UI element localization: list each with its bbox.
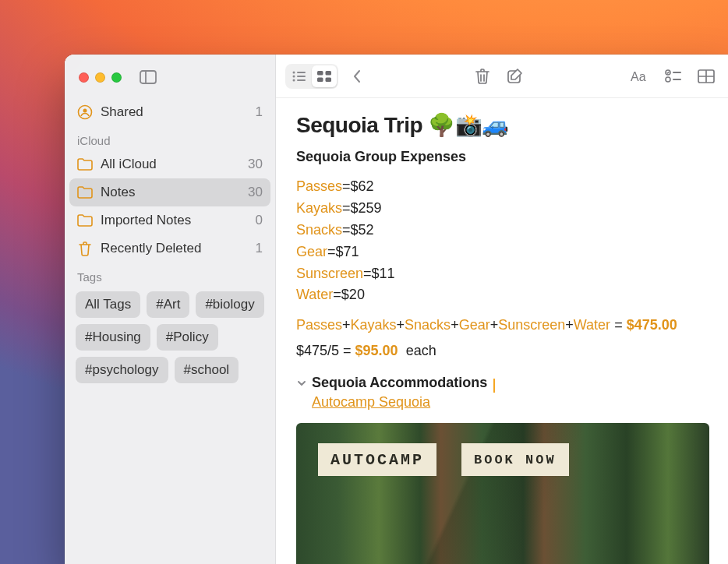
- tag-psychology[interactable]: #psychology: [76, 357, 168, 383]
- tag-housing[interactable]: #Housing: [76, 324, 150, 351]
- note-pane: Aa Sequoia Trip 🌳📸🚙 Sequoia Group Expens…: [276, 55, 728, 564]
- expense-value: $11: [372, 266, 395, 281]
- tag-all[interactable]: All Tags: [76, 291, 140, 318]
- sidebar-item-label: Imported Notes: [101, 213, 191, 228]
- svg-rect-10: [317, 71, 323, 76]
- sidebar-item-all-icloud[interactable]: All iCloud 30: [69, 150, 270, 178]
- trash-icon: [77, 241, 93, 256]
- expense-value: $71: [336, 244, 359, 259]
- sidebar-item-recently-deleted[interactable]: Recently Deleted 1: [69, 234, 270, 263]
- tags-container: All Tags #Art #biology #Housing #Policy …: [69, 287, 270, 388]
- shared-icon: [77, 104, 93, 120]
- folder-icon: [77, 186, 93, 199]
- expense-name: Gear: [296, 244, 327, 259]
- expense-value: $52: [351, 222, 374, 238]
- svg-point-18: [666, 77, 670, 82]
- tag-art[interactable]: #Art: [147, 291, 189, 318]
- folder-icon: [77, 214, 93, 227]
- window-controls: [79, 72, 122, 83]
- back-button[interactable]: [343, 64, 371, 89]
- svg-point-8: [293, 79, 295, 81]
- attachment-preview[interactable]: AUTOCAMP BOOK NOW: [296, 423, 709, 564]
- sidebar-section-icloud[interactable]: iCloud: [69, 126, 270, 150]
- folder-icon: [77, 158, 93, 171]
- svg-rect-19: [673, 79, 681, 80]
- expenses-list: Passes=$62 Kayaks=$259 Snacks=$52 Gear=$…: [296, 176, 709, 306]
- fullscreen-window-button[interactable]: [111, 72, 122, 83]
- svg-point-3: [83, 109, 87, 113]
- tag-biology[interactable]: #biology: [196, 291, 263, 318]
- sidebar-item-count: 30: [248, 157, 263, 172]
- sidebar-item-imported-notes[interactable]: Imported Notes 0: [69, 206, 270, 234]
- toggle-sidebar-button[interactable]: [140, 70, 157, 84]
- svg-point-6: [293, 75, 295, 77]
- sidebar-item-count: 1: [256, 241, 263, 256]
- sidebar-item-label: Notes: [101, 185, 135, 200]
- svg-rect-13: [326, 77, 332, 82]
- tag-school[interactable]: #school: [175, 357, 239, 383]
- svg-rect-9: [297, 79, 306, 81]
- expense-name: Sunscreen: [296, 266, 363, 281]
- gallery-view-button[interactable]: [312, 65, 337, 87]
- sidebar-item-count: 0: [256, 213, 263, 228]
- expense-value: $20: [341, 287, 365, 302]
- expense-row: Snacks=$52: [296, 220, 709, 241]
- expense-value: $259: [351, 200, 382, 216]
- attachment-cta[interactable]: BOOK NOW: [461, 443, 569, 476]
- table-button[interactable]: [692, 64, 720, 89]
- sidebar: Shared 1 iCloud All iCloud 30 Notes: [65, 55, 276, 564]
- expense-name: Water: [296, 287, 333, 302]
- svg-rect-5: [297, 72, 306, 73]
- expense-row: Sunscreen=$11: [296, 263, 709, 285]
- sidebar-item-shared[interactable]: Shared 1: [69, 98, 270, 126]
- formula-each: $475/5 = $95.00 each: [296, 343, 709, 359]
- note-title: Sequoia Trip 🌳📸🚙: [296, 112, 709, 138]
- section-heading: Sequoia Accommodations: [312, 375, 487, 391]
- notes-window: Shared 1 iCloud All iCloud 30 Notes: [65, 55, 728, 564]
- sidebar-item-label: All iCloud: [101, 157, 157, 172]
- expense-name: Kayaks: [296, 200, 342, 216]
- expense-name: Snacks: [296, 222, 342, 238]
- expense-row: Passes=$62: [296, 176, 709, 198]
- tag-policy[interactable]: #Policy: [157, 324, 218, 351]
- sidebar-item-count: 1: [256, 104, 263, 120]
- close-window-button[interactable]: [79, 72, 89, 83]
- svg-rect-12: [317, 77, 323, 82]
- expense-value: $62: [351, 178, 374, 194]
- checklist-button[interactable]: [659, 64, 687, 89]
- svg-rect-0: [140, 71, 156, 83]
- svg-point-4: [293, 71, 295, 73]
- format-button[interactable]: Aa: [627, 64, 655, 89]
- toolbar: Aa: [276, 55, 728, 98]
- titlebar: [65, 62, 275, 98]
- sidebar-section-tags: Tags: [69, 263, 270, 287]
- note-subheading: Sequoia Group Expenses: [296, 149, 709, 165]
- chevron-down-icon: [296, 378, 307, 389]
- svg-rect-7: [297, 76, 306, 77]
- accommodation-link[interactable]: Autocamp Sequoia: [312, 394, 430, 411]
- expense-row: Kayaks=$259: [296, 198, 709, 220]
- sidebar-item-count: 30: [248, 185, 263, 200]
- section-accommodations[interactable]: Sequoia Accommodations: [296, 375, 709, 391]
- formula-sum: Passes+Kayaks+Snacks+Gear+Sunscreen+Wate…: [296, 317, 709, 333]
- attachment-logo: AUTOCAMP: [318, 443, 436, 476]
- expense-name: Passes: [296, 178, 342, 194]
- sidebar-item-notes[interactable]: Notes 30: [69, 178, 270, 206]
- expense-row: Water=$20: [296, 284, 709, 306]
- sidebar-item-label: Recently Deleted: [101, 241, 201, 256]
- compose-button[interactable]: [501, 64, 529, 89]
- minimize-window-button[interactable]: [95, 72, 105, 83]
- view-mode-segmented: [285, 64, 338, 89]
- note-body[interactable]: Sequoia Trip 🌳📸🚙 Sequoia Group Expenses …: [276, 98, 728, 564]
- delete-button[interactable]: [468, 64, 497, 89]
- expense-row: Gear=$71: [296, 241, 709, 263]
- text-cursor: [493, 379, 495, 393]
- svg-rect-17: [673, 72, 681, 73]
- list-view-button[interactable]: [287, 65, 312, 87]
- sidebar-item-label: Shared: [101, 104, 143, 120]
- formula-result: $475.00: [627, 317, 677, 333]
- svg-rect-11: [326, 71, 332, 76]
- svg-text:Aa: Aa: [631, 70, 646, 83]
